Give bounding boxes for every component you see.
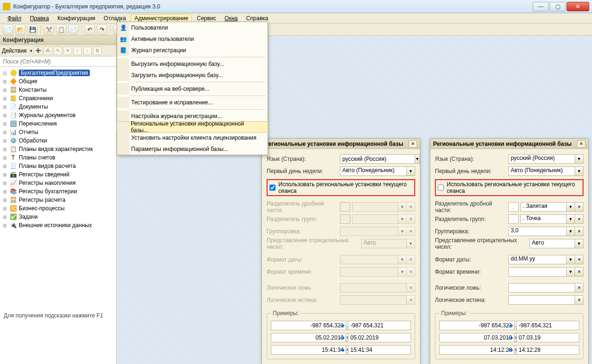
dropdown-icon[interactable]: ▼ — [567, 202, 575, 212]
clear-icon[interactable]: ✕ — [575, 214, 584, 224]
dropdown-icon[interactable]: ▼ — [575, 154, 584, 164]
tree-node[interactable]: ⊞🧮Регистры расчета — [1, 196, 115, 204]
tree-node[interactable]: ⊞📒Справочники — [1, 94, 115, 103]
use-current-checkbox[interactable] — [269, 184, 276, 191]
tree-node[interactable]: ⊞🔢Перечисления — [1, 119, 115, 128]
use-current-checkbox-row[interactable]: Использовать региональные установки теку… — [267, 179, 415, 196]
redo-button[interactable]: ↷ — [97, 24, 107, 35]
config-tree[interactable]: ⊟🟡 БухгалтерияПредприятия ⊞🔶Общие⊞🧮Конст… — [0, 67, 116, 364]
sidebar-search[interactable] — [0, 56, 116, 67]
tree-node[interactable]: ⊞🧮Константы — [1, 86, 115, 94]
dropdown-icon[interactable]: ▼ — [567, 267, 575, 277]
firstday-select[interactable]: Авто (Понедельник) — [508, 166, 575, 176]
menu-configuration[interactable]: Конфигурация — [54, 14, 99, 23]
menu-file[interactable]: Файл — [4, 14, 25, 23]
sidebar-edit-icon[interactable]: ✎ — [54, 47, 62, 55]
tree-node[interactable]: ⊞📚Регистры бухгалтерии — [1, 187, 115, 196]
clear-icon[interactable]: ✕ — [575, 295, 584, 305]
save-button[interactable]: 💾 — [27, 24, 38, 35]
tree-node[interactable]: ⊞🔶Общие — [1, 77, 115, 86]
tree-node[interactable]: ⊞🧾Планы видов расчета — [1, 162, 115, 170]
firstday-select[interactable]: Авто (Понедельник) — [340, 166, 407, 176]
dropdown-item[interactable]: Публикация на веб-сервере... — [117, 83, 268, 95]
boolfalse-field[interactable] — [508, 283, 575, 293]
sidebar-add-icon[interactable]: ➕ — [34, 47, 42, 55]
sidebar-sort-icon[interactable]: ⇅ — [93, 47, 102, 55]
timefmt-select[interactable] — [508, 267, 567, 277]
menu-administration[interactable]: Администрирование — [131, 14, 192, 23]
dropdown-icon[interactable]: ▼ — [567, 255, 575, 264]
search-input[interactable] — [0, 56, 116, 66]
menu-help[interactable]: Справка — [242, 14, 272, 23]
dropdown-icon[interactable]: ▼ — [415, 154, 420, 164]
undo-button[interactable]: ↶ — [85, 24, 95, 35]
dialog-close-button[interactable]: ✕ — [409, 140, 417, 148]
clear-icon[interactable]: ✕ — [575, 255, 584, 264]
maximize-button[interactable]: ▢ — [550, 2, 566, 11]
ex-time-in[interactable] — [439, 345, 514, 355]
ex-num-in[interactable] — [439, 321, 514, 330]
dropdown-item[interactable]: Параметры информационной базы... — [117, 143, 268, 155]
tree-node[interactable]: ⊞📄Документы — [1, 103, 115, 111]
tree-node[interactable]: ⊞📋Планы видов характеристик — [1, 145, 115, 153]
sidebar-up-icon[interactable]: ↑ — [73, 47, 82, 55]
ex-num-in[interactable] — [271, 321, 346, 330]
use-current-checkbox-row[interactable]: Использовать региональные установки теку… — [435, 179, 584, 196]
sidebar-delete-icon[interactable]: ✕ — [63, 47, 72, 55]
neg-select[interactable]: Авто — [529, 239, 575, 248]
dropdown-item[interactable]: Установить настройки клиента лицензирова… — [117, 132, 268, 143]
tree-node[interactable]: ⊞📈Регистры накопления — [1, 179, 115, 187]
tree-node[interactable]: ⊞📊Отчеты — [1, 128, 115, 136]
ex-date-in[interactable] — [271, 333, 346, 342]
tree-node[interactable]: ⊞✅Задачи — [1, 213, 115, 221]
dropdown-item[interactable]: Тестирование и исправление... — [117, 97, 268, 108]
decsep-select[interactable]: . Запятая — [521, 202, 567, 212]
use-current-checkbox[interactable] — [438, 184, 444, 191]
sidebar-wand-icon[interactable]: ⁂ — [44, 47, 52, 55]
dropdown-icon[interactable]: ▼ — [407, 166, 415, 176]
sidebar-actions-label[interactable]: Действия — [2, 47, 27, 54]
dropdown-icon[interactable]: ▼ — [575, 239, 584, 248]
tree-node[interactable]: ⊞⚙️Обработки — [1, 136, 115, 145]
dropdown-icon[interactable]: ▼ — [567, 214, 575, 224]
grpsep-select[interactable]: . Точка — [521, 214, 567, 224]
clear-icon[interactable]: ✕ — [575, 227, 584, 236]
paste-button[interactable]: 📄 — [68, 24, 79, 35]
new-button[interactable]: 📄 — [3, 24, 13, 35]
dialog-close-button[interactable]: ✕ — [577, 140, 585, 148]
dropdown-item[interactable]: Выгрузить информационную базу... — [117, 58, 268, 70]
tree-node[interactable]: ⊞ТПланы счетов — [1, 153, 115, 162]
dropdown-icon[interactable]: ▼ — [567, 227, 575, 236]
menu-windows[interactable]: Окна — [221, 14, 242, 23]
dropdown-icon[interactable]: ▼ — [575, 166, 584, 176]
menu-edit[interactable]: Правка — [26, 14, 53, 23]
cut-button[interactable]: ✂️ — [44, 24, 54, 35]
datefmt-select[interactable]: dd.MM.yy — [508, 255, 567, 264]
close-button[interactable]: ✕ — [567, 2, 589, 11]
ex-date-in[interactable] — [439, 333, 514, 342]
dropdown-item[interactable]: 📘Журнал регистрации — [117, 45, 268, 56]
open-button[interactable]: 📂 — [15, 24, 25, 35]
menu-service[interactable]: Сервис — [193, 14, 220, 23]
clear-icon[interactable]: ✕ — [575, 283, 584, 293]
minimize-button[interactable]: — — [533, 2, 549, 11]
ex-time-in[interactable] — [271, 345, 346, 355]
booltrue-field[interactable] — [508, 295, 575, 305]
sidebar-down-icon[interactable]: ↓ — [83, 47, 92, 55]
dropdown-item[interactable]: Загрузить информационную базу... — [117, 70, 268, 81]
dropdown-item[interactable]: 👥Активные пользователи — [117, 33, 268, 45]
menu-debug[interactable]: Отладка — [100, 14, 130, 23]
clear-icon[interactable]: ✕ — [575, 267, 584, 277]
dropdown-item[interactable]: Региональные установки информационной ба… — [117, 121, 268, 133]
tree-node[interactable]: ⊞🔌Внешние источники данных — [1, 221, 115, 229]
tree-node[interactable]: ⊞🔀Бизнес-процессы — [1, 204, 115, 213]
tree-root[interactable]: ⊟🟡 БухгалтерияПредприятия — [1, 69, 115, 77]
tree-node[interactable]: ⊞📑Журналы документов — [1, 111, 115, 119]
grouping-select[interactable]: 3,0 — [508, 227, 567, 236]
lang-select[interactable] — [340, 154, 415, 164]
lang-select[interactable]: русский (Россия) — [508, 154, 575, 164]
clear-icon[interactable]: ✕ — [575, 202, 584, 212]
copy-button[interactable]: 📋 — [56, 24, 66, 35]
dropdown-item[interactable]: 👤Пользователи — [117, 22, 268, 33]
tree-node[interactable]: ⊞🗃️Регистры сведений — [1, 170, 115, 179]
